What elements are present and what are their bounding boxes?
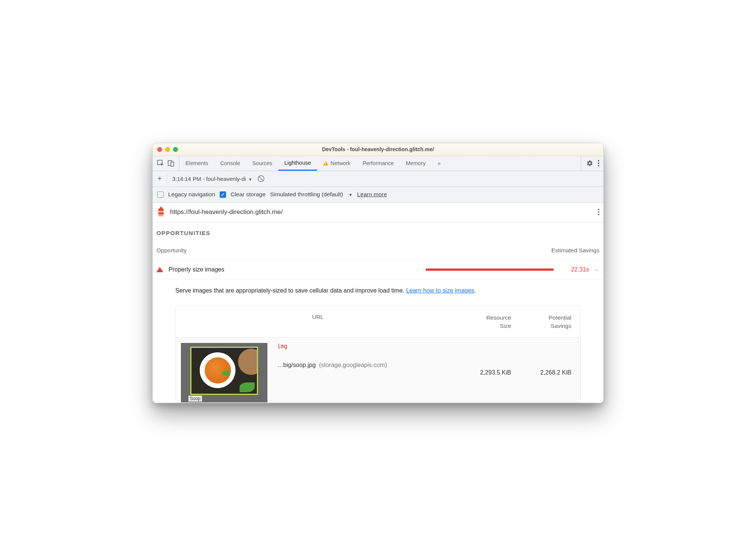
audit-savings-value: 22.31s xyxy=(559,266,589,273)
clear-storage-checkbox[interactable] xyxy=(220,191,226,198)
device-toggle-icon[interactable] xyxy=(168,160,175,167)
svg-point-8 xyxy=(598,214,600,215)
devtools-window: DevTools - foul-heavenly-direction.glitc… xyxy=(152,143,604,403)
resource-path[interactable]: …big/soop.jpg xyxy=(277,362,316,368)
tab-sources[interactable]: Sources xyxy=(246,156,278,171)
minimize-window-button[interactable] xyxy=(165,147,170,152)
table-row: Soop img …big/soop.jpg (storage.googleap… xyxy=(176,338,580,402)
lighthouse-options: Legacy navigation Clear storage Simulate… xyxy=(153,187,603,203)
tab-performance[interactable]: Performance xyxy=(357,156,400,171)
fail-triangle-icon xyxy=(156,267,163,272)
titlebar: DevTools - foul-heavenly-direction.glitc… xyxy=(153,143,603,156)
col-savings: Estimated Savings xyxy=(551,247,600,254)
report-url: https://foul-heavenly-direction.glitch.m… xyxy=(170,208,283,216)
settings-gear-icon[interactable] xyxy=(586,160,593,167)
clear-storage-label: Clear storage xyxy=(231,191,266,198)
th-url: URL xyxy=(185,314,451,330)
svg-point-5 xyxy=(598,165,600,167)
chevron-down-icon: ▼ xyxy=(349,193,353,197)
tab-console[interactable]: Console xyxy=(214,156,246,171)
svg-point-3 xyxy=(598,160,600,162)
learn-more-link[interactable]: Learn more xyxy=(357,191,387,198)
report-menu-icon[interactable] xyxy=(598,209,600,215)
tab-network[interactable]: Network xyxy=(317,156,357,171)
svg-point-6 xyxy=(598,209,600,211)
report-dropdown[interactable]: 3:14:14 PM - foul-heavenly-di▼ xyxy=(172,176,252,182)
resource-host: (storage.googleapis.com) xyxy=(319,362,387,368)
svg-point-4 xyxy=(598,162,600,164)
opportunities-heading: OPPORTUNITIES xyxy=(153,222,603,240)
thumbnail[interactable]: Soop xyxy=(181,343,271,402)
svg-rect-2 xyxy=(171,162,174,166)
new-report-button[interactable]: + xyxy=(157,174,167,183)
url-cell: img …big/soop.jpg (storage.googleapis.co… xyxy=(271,343,451,402)
warning-icon xyxy=(323,161,328,165)
close-window-button[interactable] xyxy=(157,147,162,152)
tab-lighthouse[interactable]: Lighthouse xyxy=(278,156,317,171)
table-header: URL ResourceSize PotentialSavings xyxy=(176,306,580,338)
col-opportunity: Opportunity xyxy=(156,247,551,254)
traffic-lights xyxy=(157,147,178,152)
report-url-bar: https://foul-heavenly-direction.glitch.m… xyxy=(153,203,603,222)
chevron-up-icon[interactable]: ︿ xyxy=(594,266,600,273)
lighthouse-toolbar: + 3:14:14 PM - foul-heavenly-di▼ xyxy=(153,171,603,187)
tabs-overflow-button[interactable]: » xyxy=(431,156,446,171)
audit-properly-size-images[interactable]: Properly size images 22.31s ︿ xyxy=(153,260,603,279)
audit-description: Serve images that are appropriately-size… xyxy=(153,279,603,302)
thumbnail-caption: Soop xyxy=(188,396,202,402)
chevron-down-icon: ▼ xyxy=(248,177,252,182)
opportunities-columns: Opportunity Estimated Savings xyxy=(153,240,603,260)
inspect-element-icon[interactable] xyxy=(157,160,164,167)
tab-memory[interactable]: Memory xyxy=(400,156,431,171)
th-resource-size: ResourceSize xyxy=(451,314,511,330)
throttling-dropdown[interactable]: Simulated throttling (default) ▼ xyxy=(270,191,352,198)
zoom-window-button[interactable] xyxy=(173,147,178,152)
th-potential-savings: PotentialSavings xyxy=(511,314,571,330)
resource-size: 2,293.5 KiB xyxy=(451,369,511,376)
learn-size-images-link[interactable]: Learn how to size images xyxy=(406,287,474,294)
potential-savings: 2,268.2 KiB xyxy=(511,369,571,376)
tab-elements[interactable]: Elements xyxy=(179,156,214,171)
legacy-nav-checkbox[interactable] xyxy=(157,191,164,198)
more-menu-icon[interactable] xyxy=(598,160,600,167)
audit-title: Properly size images xyxy=(169,266,225,273)
audit-details-table: URL ResourceSize PotentialSavings Soop i… xyxy=(175,306,581,403)
savings-bar xyxy=(426,268,554,271)
panel-tabs: Elements Console Sources Lighthouse Netw… xyxy=(153,156,603,171)
lighthouse-icon xyxy=(156,206,165,218)
window-title: DevTools - foul-heavenly-direction.glitc… xyxy=(153,146,603,152)
element-tag: img xyxy=(277,343,287,350)
legacy-nav-label: Legacy navigation xyxy=(168,191,215,198)
clear-report-icon[interactable] xyxy=(258,175,264,182)
svg-point-7 xyxy=(598,211,600,213)
